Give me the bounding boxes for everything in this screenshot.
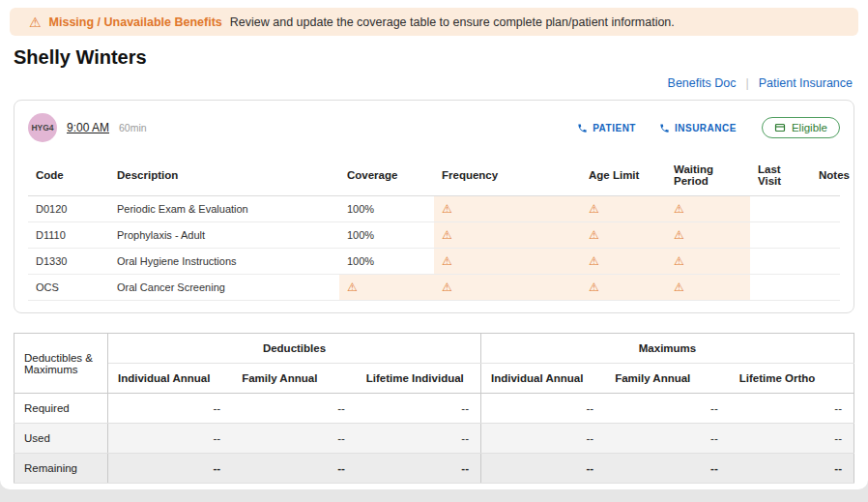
cell-waiting-period: ⚠ xyxy=(666,196,750,222)
phone-icon xyxy=(659,123,670,133)
provider-code: HYG4 xyxy=(31,123,53,133)
eligible-badge[interactable]: Eligible xyxy=(762,117,840,138)
sub-header-lifetime-individual: Lifetime Individual xyxy=(357,364,481,394)
provider-avatar: HYG4 xyxy=(28,113,57,142)
value-cell: -- xyxy=(480,394,605,424)
page-title: Shelly Winters xyxy=(14,46,854,69)
sub-header-row: Individual Annual Family Annual Lifetime… xyxy=(14,364,854,394)
cell-code: D1330 xyxy=(28,249,109,275)
col-header-code: Code xyxy=(28,155,109,196)
warning-icon: ⚠ xyxy=(442,254,452,268)
coverage-table-header-row: Code Description Coverage Frequency Age … xyxy=(28,155,840,196)
col-header-frequency: Frequency xyxy=(434,155,581,196)
warning-icon: ⚠ xyxy=(674,202,684,216)
cell-last-visit xyxy=(750,196,811,222)
cell-description: Oral Hygiene Instructions xyxy=(109,249,339,275)
link-divider: | xyxy=(745,76,748,90)
cell-frequency: ⚠ xyxy=(434,249,581,275)
warning-icon: ⚠ xyxy=(442,228,452,242)
cell-coverage: 100% xyxy=(339,196,434,222)
cell-waiting-period: ⚠ xyxy=(666,222,750,249)
warning-icon: ⚠ xyxy=(674,281,684,294)
cell-coverage: 100% xyxy=(339,222,434,249)
cell-notes xyxy=(811,275,840,301)
cell-frequency: ⚠ xyxy=(434,275,581,301)
cell-last-visit xyxy=(750,222,811,249)
warning-icon: ⚠ xyxy=(442,281,452,294)
cell-description: Periodic Exam & Evaluation xyxy=(109,196,339,222)
warning-icon: ⚠ xyxy=(442,202,452,216)
warning-icon: ⚠ xyxy=(589,281,599,294)
patient-benefits-panel: ⚠ Missing / Unavailable Benefits Review … xyxy=(0,0,868,489)
cell-notes xyxy=(811,196,840,222)
value-cell: -- xyxy=(108,424,233,454)
cell-code: D1110 xyxy=(28,222,109,249)
value-cell: -- xyxy=(357,424,481,454)
table-row: D1110 Prophylaxis - Adult 100% ⚠ ⚠ ⚠ xyxy=(28,222,840,249)
warning-icon: ⚠ xyxy=(589,202,599,216)
cell-waiting-period: ⚠ xyxy=(666,249,750,275)
row-label: Used xyxy=(14,424,108,454)
warning-icon: ⚠ xyxy=(674,254,684,268)
phone-icon xyxy=(577,123,588,133)
warning-icon: ⚠ xyxy=(674,228,684,242)
value-cell: -- xyxy=(605,454,730,484)
eligible-badge-label: Eligible xyxy=(792,122,827,133)
value-cell: -- xyxy=(605,424,730,454)
appointment-card: HYG4 9:00 AM 60min PATIENT INSURANCE Eli… xyxy=(14,100,854,313)
insurance-card-icon xyxy=(774,122,786,133)
cell-waiting-period: ⚠ xyxy=(666,275,750,301)
cell-notes xyxy=(811,249,840,275)
sub-header-family-annual: Family Annual xyxy=(232,364,357,394)
cell-last-visit xyxy=(750,249,811,275)
table-row: OCS Oral Cancer Screening ⚠ ⚠ ⚠ ⚠ xyxy=(28,275,840,301)
insurance-button-label: INSURANCE xyxy=(675,123,737,133)
table-row: D0120 Periodic Exam & Evaluation 100% ⚠ … xyxy=(28,196,840,222)
value-cell: -- xyxy=(108,454,233,484)
table-row-used: Used -- -- -- -- -- -- xyxy=(14,424,854,454)
banner-title: Missing / Unavailable Benefits xyxy=(49,15,222,29)
patient-insurance-link[interactable]: Patient Insurance xyxy=(759,76,853,90)
cell-frequency: ⚠ xyxy=(434,222,581,249)
cell-last-visit xyxy=(750,275,811,301)
row-label: Required xyxy=(14,394,108,424)
value-cell: -- xyxy=(480,454,605,484)
cell-code: OCS xyxy=(28,275,109,301)
cell-age-limit: ⚠ xyxy=(581,275,666,301)
cell-age-limit: ⚠ xyxy=(581,222,666,249)
sub-header-individual-annual: Individual Annual xyxy=(108,364,233,394)
cell-age-limit: ⚠ xyxy=(581,249,666,275)
value-cell: -- xyxy=(357,454,481,484)
cell-code: D0120 xyxy=(28,196,109,222)
appointment-time-link[interactable]: 9:00 AM xyxy=(67,121,109,134)
warning-icon: ⚠ xyxy=(589,254,599,268)
sub-header-lifetime-ortho: Lifetime Ortho xyxy=(730,364,854,394)
cell-age-limit: ⚠ xyxy=(581,196,666,222)
top-links: Benefits Doc | Patient Insurance xyxy=(15,76,853,90)
cell-description: Prophylaxis - Adult xyxy=(109,222,339,249)
group-header-maximums: Maximums xyxy=(480,334,854,364)
value-cell: -- xyxy=(605,394,730,424)
value-cell: -- xyxy=(357,394,481,424)
row-label: Remaining xyxy=(14,454,108,484)
value-cell: -- xyxy=(232,424,357,454)
insurance-button[interactable]: INSURANCE xyxy=(659,123,737,133)
table-row-required: Required -- -- -- -- -- -- xyxy=(14,394,854,424)
patient-button[interactable]: PATIENT xyxy=(577,123,636,133)
value-cell: -- xyxy=(232,394,357,424)
benefits-doc-link[interactable]: Benefits Doc xyxy=(668,76,737,90)
patient-button-label: PATIENT xyxy=(593,123,636,133)
col-header-notes: Notes xyxy=(811,155,840,196)
sub-header-family-annual: Family Annual xyxy=(605,364,730,394)
value-cell: -- xyxy=(730,454,854,484)
value-cell: -- xyxy=(730,424,854,454)
warning-icon: ⚠ xyxy=(347,281,358,294)
warning-banner: ⚠ Missing / Unavailable Benefits Review … xyxy=(10,8,858,36)
value-cell: -- xyxy=(108,394,233,424)
col-header-coverage: Coverage xyxy=(339,155,434,196)
appointment-duration: 60min xyxy=(119,122,147,133)
col-header-age-limit: Age Limit xyxy=(581,155,666,196)
group-header-deductibles: Deductibles xyxy=(108,334,481,364)
table-row-remaining: Remaining -- -- -- -- -- -- xyxy=(14,454,854,484)
col-header-waiting-period: Waiting Period xyxy=(666,155,750,196)
